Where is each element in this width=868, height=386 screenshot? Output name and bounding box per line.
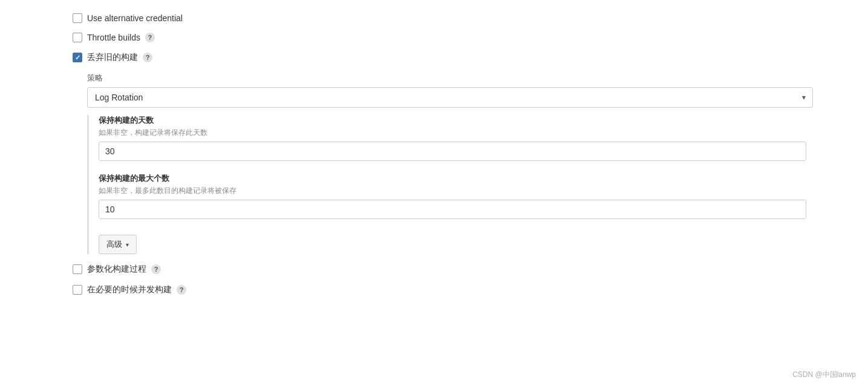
use-alt-credential-checkbox[interactable] — [73, 13, 82, 23]
throttle-builds-label: Throttle builds — [87, 33, 140, 42]
rotation-settings: 保持构建的天数 如果非空，构建记录将保存此天数 保持构建的最大个数 如果非空，最… — [87, 115, 856, 254]
days-to-keep-title: 保持构建的天数 — [99, 115, 856, 126]
discard-old-builds-help-icon[interactable]: ? — [143, 53, 152, 62]
trigger-necessary-help-icon[interactable]: ? — [177, 285, 186, 295]
trigger-necessary-label: 在必要的时候并发构建 — [87, 284, 172, 295]
throttle-builds-help-icon[interactable]: ? — [145, 33, 155, 42]
discard-old-builds-label: 丢弃旧的构建 — [87, 52, 138, 63]
trigger-necessary-row: 在必要的时候并发构建 ? — [73, 284, 856, 295]
throttle-builds-row: Throttle builds ? — [73, 33, 856, 42]
discard-old-builds-row: 丢弃旧的构建 ? — [73, 52, 856, 63]
strategy-select-wrapper: Log Rotation Build Discarder ▾ — [87, 87, 813, 108]
advanced-chevron-icon: ▾ — [126, 241, 129, 248]
advanced-button-label: 高级 — [106, 239, 122, 250]
discard-old-builds-checkbox[interactable] — [73, 53, 82, 62]
parameterized-checkbox[interactable] — [73, 264, 82, 274]
discard-section: 策略 Log Rotation Build Discarder ▾ 保持构建的天… — [87, 73, 856, 254]
days-to-keep-input[interactable] — [99, 142, 806, 161]
throttle-builds-checkbox[interactable] — [73, 33, 82, 42]
settings-page: Use alternative credential Throttle buil… — [0, 0, 868, 386]
strategy-label: 策略 — [87, 73, 856, 83]
use-alt-credential-row: Use alternative credential — [73, 13, 856, 23]
days-to-keep-block: 保持构建的天数 如果非空，构建记录将保存此天数 — [99, 115, 856, 161]
days-to-keep-hint: 如果非空，构建记录将保存此天数 — [99, 128, 856, 138]
parameterized-help-icon[interactable]: ? — [151, 264, 161, 274]
strategy-select[interactable]: Log Rotation Build Discarder — [87, 87, 813, 108]
watermark: CSDN @中国lanwp — [792, 370, 856, 380]
use-alt-credential-label: Use alternative credential — [87, 13, 183, 23]
max-builds-hint: 如果非空，最多此数目的构建记录将被保存 — [99, 186, 856, 196]
max-builds-block: 保持构建的最大个数 如果非空，最多此数目的构建记录将被保存 — [99, 173, 856, 219]
max-builds-title: 保持构建的最大个数 — [99, 173, 856, 184]
advanced-button[interactable]: 高级 ▾ — [99, 235, 137, 254]
max-builds-input[interactable] — [99, 200, 806, 219]
parameterized-label: 参数化构建过程 — [87, 264, 146, 275]
trigger-necessary-checkbox[interactable] — [73, 285, 82, 295]
parameterized-row: 参数化构建过程 ? — [73, 264, 856, 275]
